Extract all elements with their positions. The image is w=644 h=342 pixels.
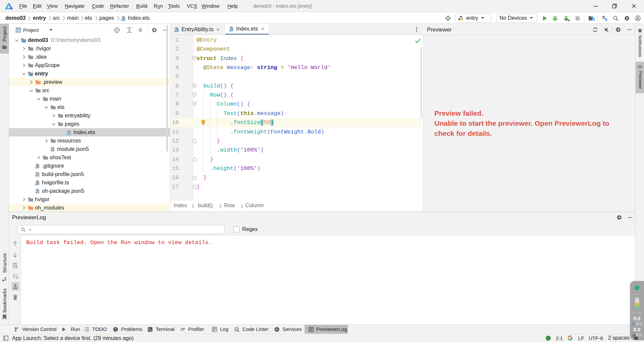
svg-text:A: A: [605, 17, 607, 21]
